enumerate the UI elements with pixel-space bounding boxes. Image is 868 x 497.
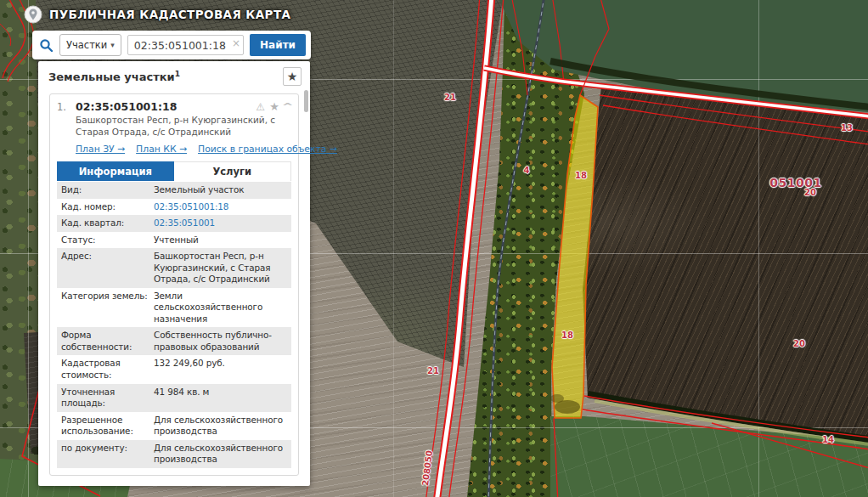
cad-quarter-link[interactable]: 02:35:051001 (152, 215, 291, 232)
item-links: План ЗУ → План КК → Поиск в границах объ… (76, 144, 291, 155)
parcel-label[interactable]: 18 (561, 330, 573, 340)
parcel-label[interactable]: 4 (524, 166, 530, 175)
search-type-label: Участки (66, 39, 107, 51)
search-input-wrap: × (127, 35, 244, 55)
table-row: Уточненная площадь: 41 984 кв. м (57, 384, 291, 412)
parcel-label[interactable]: 21 (444, 93, 456, 102)
scrollbar-thumb[interactable] (304, 90, 308, 112)
cadastral-boundary (552, 0, 564, 83)
card-icons: ⚠ ★ ^ (256, 100, 291, 113)
search-in-bounds-link[interactable]: Поиск в границах объекта → (198, 144, 337, 155)
cadastral-boundary (0, 22, 11, 46)
search-icon (39, 38, 54, 53)
clear-icon[interactable]: × (232, 38, 240, 48)
parcel-label[interactable]: 18 (575, 171, 587, 180)
table-row: Кадастровая стоимость: 132 249,60 руб. (57, 355, 291, 383)
item-cadastral-number: 02:35:051001:18 (76, 100, 256, 113)
table-row: Вид: Земельный участок (57, 182, 291, 199)
cadastral-boundary (554, 418, 558, 497)
cadastral-boundary (3, 0, 25, 78)
item-address: Башкортостан Респ, р-н Куюргазинский, с … (76, 115, 288, 138)
search-bar: Участки ▾ × Найти (32, 31, 311, 59)
parcel-label[interactable]: 14 (822, 435, 834, 444)
tab-services[interactable]: Услуги (174, 161, 292, 181)
search-input[interactable] (127, 35, 244, 55)
favorites-button[interactable]: ★ (283, 67, 302, 86)
result-count: 1 (175, 70, 180, 78)
app-header: ПУБЛИЧНАЯ КАДАСТРОВАЯ КАРТА (24, 5, 290, 24)
table-row: Адрес: Башкортостан Респ, р-н Куюргазинс… (57, 248, 291, 288)
parcel-label[interactable]: 20 (804, 188, 816, 197)
page-title: ПУБЛИЧНАЯ КАДАСТРОВАЯ КАРТА (49, 8, 290, 21)
star-icon[interactable]: ★ (269, 100, 279, 113)
table-row: Разрешенное использование: Для сельскохо… (57, 412, 291, 440)
tab-information[interactable]: Информация (57, 161, 174, 181)
parcel-label[interactable]: 21 (427, 366, 439, 376)
search-type-dropdown[interactable]: Участки ▾ (59, 34, 121, 56)
search-button[interactable]: Найти (250, 34, 306, 56)
tabs: Информация Услуги (57, 161, 291, 181)
parcel-label[interactable]: 13 (841, 123, 853, 133)
item-index: 1. (57, 100, 76, 113)
table-row: Форма собственности: Собственность публи… (57, 327, 291, 355)
card-top-row: 1. 02:35:051001:18 ⚠ ★ ^ (57, 100, 291, 113)
app-window: 21 13 4 18 051001 20 18 20 21 21 14 2080… (0, 0, 868, 497)
collapse-icon[interactable]: ^ (281, 101, 293, 112)
cadastral-boundary (580, 0, 609, 95)
cadastral-boundary (426, 0, 480, 497)
parcel-label[interactable]: 20 (793, 339, 805, 348)
plan-zu-link[interactable]: План ЗУ → (76, 144, 125, 155)
table-row: Категория земель: Земли сельскохозяйстве… (57, 288, 291, 328)
pkk-logo-icon (24, 5, 42, 24)
cadastral-boundary (448, 0, 504, 497)
panel-title-text: Земельные участки (48, 71, 175, 83)
cad-number-link[interactable]: 02:35:051001:18 (152, 199, 291, 216)
table-row: Статус: Учтенный (57, 232, 291, 249)
cadastral-boundary (511, 0, 527, 95)
table-row: по документу: Для сельскохозяйственного … (57, 440, 291, 468)
parcel-shrubs (550, 394, 564, 403)
table-row: Кад. квартал: 02:35:051001 (57, 215, 291, 232)
info-table: Вид: Земельный участок Кад. номер: 02:35… (57, 182, 291, 467)
panel-header: Земельные участки1 ★ (38, 61, 310, 90)
panel-title: Земельные участки1 (48, 70, 180, 83)
result-card: 1. 02:35:051001:18 ⚠ ★ ^ Башкортостан Ре… (49, 93, 299, 476)
plan-kk-link[interactable]: План КК → (136, 144, 187, 155)
results-panel: Земельные участки1 ★ 1. 02:35:051001:18 … (38, 61, 310, 486)
selected-parcel-highlight[interactable] (552, 95, 598, 418)
warning-icon: ⚠ (256, 101, 265, 113)
chevron-down-icon: ▾ (110, 41, 115, 49)
table-row: Кад. номер: 02:35:051001:18 (57, 199, 291, 216)
